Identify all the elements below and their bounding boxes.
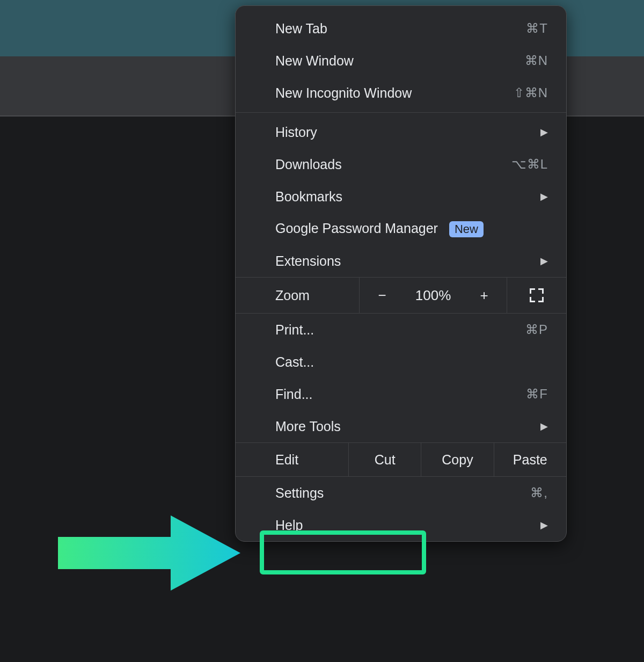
menu-item-label: New Tab — [275, 21, 327, 37]
edit-copy-button[interactable]: Copy — [421, 443, 493, 476]
menu-item-label-wrap: Google Password Manager New — [275, 221, 484, 237]
menu-item-extensions[interactable]: Extensions ▶ — [236, 245, 566, 277]
chevron-right-icon: ▶ — [540, 126, 548, 138]
edit-label: Edit — [236, 443, 348, 476]
menu-item-label: History — [275, 125, 317, 140]
zoom-value: 100% — [409, 287, 457, 304]
svg-marker-0 — [58, 515, 240, 591]
zoom-controls: − 100% + — [359, 278, 507, 313]
menu-item-bookmarks[interactable]: Bookmarks ▶ — [236, 180, 566, 213]
edit-cut-button[interactable]: Cut — [348, 443, 421, 476]
menu-item-find[interactable]: Find... ⌘F — [236, 378, 566, 410]
menu-separator — [236, 112, 566, 113]
menu-item-history[interactable]: History ▶ — [236, 116, 566, 148]
menu-item-new-incognito[interactable]: New Incognito Window ⇧⌘N — [236, 77, 566, 109]
edit-paste-button[interactable]: Paste — [494, 443, 566, 476]
menu-item-label: Cast... — [275, 354, 314, 370]
chevron-right-icon: ▶ — [540, 519, 548, 531]
menu-item-shortcut: ⌘N — [525, 53, 548, 68]
zoom-label: Zoom — [236, 278, 359, 313]
menu-item-label: Extensions — [275, 253, 341, 269]
menu-item-new-window[interactable]: New Window ⌘N — [236, 45, 566, 77]
menu-item-label: Settings — [275, 485, 324, 501]
menu-item-label: Find... — [275, 387, 312, 402]
menu-item-shortcut: ⌘T — [526, 21, 548, 36]
zoom-out-button[interactable]: − — [372, 287, 392, 304]
menu-item-more-tools[interactable]: More Tools ▶ — [236, 410, 566, 442]
menu-item-label: New Window — [275, 53, 354, 69]
new-badge: New — [449, 221, 484, 237]
menu-edit-row: Edit Cut Copy Paste — [236, 442, 566, 477]
menu-item-label: Print... — [275, 322, 314, 338]
fullscreen-icon — [530, 288, 544, 302]
menu-item-password-manager[interactable]: Google Password Manager New — [236, 213, 566, 245]
menu-item-settings[interactable]: Settings ⌘, — [236, 477, 566, 509]
menu-item-label: Google Password Manager — [275, 221, 438, 236]
fullscreen-button[interactable] — [507, 278, 566, 313]
menu-item-label: Bookmarks — [275, 189, 342, 205]
zoom-in-button[interactable]: + — [474, 287, 494, 304]
menu-item-label: Help — [275, 518, 303, 533]
menu-item-cast[interactable]: Cast... — [236, 346, 566, 378]
chevron-right-icon: ▶ — [540, 255, 548, 267]
menu-item-new-tab[interactable]: New Tab ⌘T — [236, 12, 566, 45]
menu-item-shortcut: ⌥⌘L — [511, 157, 548, 172]
chevron-right-icon: ▶ — [540, 420, 548, 432]
menu-item-shortcut: ⇧⌘N — [514, 85, 548, 100]
menu-item-help[interactable]: Help ▶ — [236, 509, 566, 541]
menu-item-shortcut: ⌘, — [530, 485, 548, 500]
annotation-arrow — [58, 505, 246, 601]
menu-item-downloads[interactable]: Downloads ⌥⌘L — [236, 148, 566, 180]
chevron-right-icon: ▶ — [540, 191, 548, 202]
menu-item-label: More Tools — [275, 419, 341, 434]
menu-item-shortcut: ⌘P — [525, 322, 548, 337]
menu-item-print[interactable]: Print... ⌘P — [236, 314, 566, 346]
browser-overflow-menu: New Tab ⌘T New Window ⌘N New Incognito W… — [235, 5, 567, 542]
menu-item-label: New Incognito Window — [275, 85, 412, 101]
menu-zoom-row: Zoom − 100% + — [236, 277, 566, 314]
menu-item-shortcut: ⌘F — [526, 387, 548, 402]
menu-item-label: Downloads — [275, 157, 342, 172]
